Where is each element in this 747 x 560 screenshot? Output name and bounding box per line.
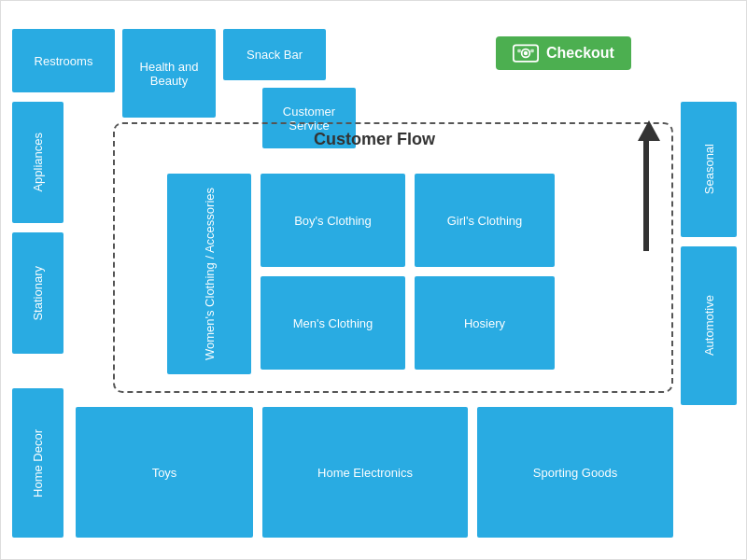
dept-sporting-goods: Sporting Goods bbox=[477, 407, 673, 538]
svg-rect-3 bbox=[530, 49, 534, 53]
dept-stationary: Stationary bbox=[12, 232, 63, 354]
dept-mens-clothing: Men's Clothing bbox=[261, 276, 405, 370]
dept-girls-clothing: Girl's Clothing bbox=[415, 174, 555, 267]
dept-health-beauty: Health and Beauty bbox=[122, 29, 216, 118]
dept-restrooms: Restrooms bbox=[12, 29, 115, 92]
dept-snack-bar: Snack Bar bbox=[223, 29, 326, 80]
dept-womens-clothing: Women's Clothing / Accessories bbox=[167, 174, 251, 374]
dept-appliances: Appliances bbox=[12, 102, 63, 223]
dept-home-electronics: Home Electronics bbox=[262, 407, 468, 538]
dept-boys-clothing: Boy's Clothing bbox=[261, 174, 405, 267]
store-map: Restrooms Health and Beauty Snack Bar Cu… bbox=[0, 0, 747, 560]
checkout-label: Checkout bbox=[546, 45, 614, 62]
svg-rect-2 bbox=[517, 49, 521, 53]
checkout-button[interactable]: Checkout bbox=[496, 36, 631, 70]
flow-arrow-shaft bbox=[643, 139, 649, 251]
svg-point-4 bbox=[524, 51, 528, 55]
dept-toys: Toys bbox=[76, 407, 253, 538]
dept-seasonal: Seasonal bbox=[681, 102, 737, 237]
customer-flow-label: Customer Flow bbox=[272, 130, 477, 149]
flow-arrow-head bbox=[638, 120, 660, 141]
checkout-icon bbox=[513, 44, 539, 63]
dept-hosiery: Hosiery bbox=[415, 276, 555, 370]
dept-home-decor: Home Decor bbox=[12, 388, 63, 538]
dept-automotive: Automotive bbox=[681, 246, 737, 405]
